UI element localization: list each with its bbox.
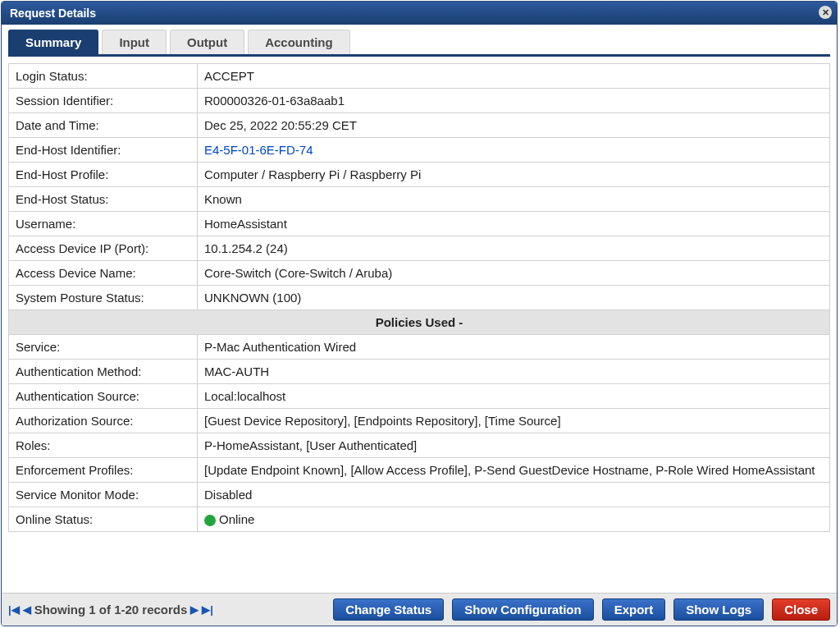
table-row: Date and Time:Dec 25, 2022 20:55:29 CET — [9, 113, 830, 138]
dialog-body: Summary Input Output Accounting Login St… — [2, 25, 837, 593]
row-label: End-Host Profile: — [9, 163, 198, 187]
table-row: Roles:P-HomeAssistant, [User Authenticat… — [9, 433, 830, 458]
row-value: E4-5F-01-6E-FD-74 — [198, 138, 830, 163]
tab-input[interactable]: Input — [102, 30, 167, 54]
table-row: Session Identifier:R00000326-01-63a8aab1 — [9, 89, 830, 113]
row-value: 10.1.254.2 (24) — [198, 236, 830, 261]
tab-summary[interactable]: Summary — [8, 30, 98, 54]
row-label: Session Identifier: — [9, 89, 198, 113]
table-row: End-Host Identifier:E4-5F-01-6E-FD-74 — [9, 138, 830, 163]
request-details-dialog: Request Details ✕ Summary Input Output A… — [1, 1, 838, 626]
row-label: Access Device Name: — [9, 261, 198, 286]
table-row: End-Host Profile:Computer / Raspberry Pi… — [9, 163, 830, 187]
show-configuration-button[interactable]: Show Configuration — [452, 598, 593, 621]
table-row: Enforcement Profiles:[Update Endpoint Kn… — [9, 458, 830, 483]
close-button[interactable]: Close — [772, 598, 830, 621]
row-label: Authorization Source: — [9, 409, 198, 433]
export-button[interactable]: Export — [602, 598, 666, 621]
row-value: ACCEPT — [198, 64, 830, 89]
row-label: Date and Time: — [9, 113, 198, 138]
dialog-title: Request Details — [10, 7, 96, 20]
online-status-icon — [204, 515, 216, 526]
table-row: Access Device IP (Port):10.1.254.2 (24) — [9, 236, 830, 261]
row-label: System Posture Status: — [9, 286, 198, 310]
table-row: Access Device Name:Core-Switch (Core-Swi… — [9, 261, 830, 286]
row-value: [Guest Device Repository], [Endpoints Re… — [198, 409, 830, 433]
row-label: Access Device IP (Port): — [9, 236, 198, 261]
table-row: Authorization Source:[Guest Device Repos… — [9, 409, 830, 433]
table-row: Login Status:ACCEPT — [9, 64, 830, 89]
row-value: Online — [198, 507, 830, 532]
table-row: Username:HomeAssistant — [9, 212, 830, 236]
row-label: End-Host Status: — [9, 187, 198, 212]
dialog-titlebar: Request Details ✕ — [2, 2, 837, 25]
close-icon[interactable]: ✕ — [819, 6, 832, 19]
table-row: Online Status:Online — [9, 507, 830, 532]
tab-output[interactable]: Output — [170, 30, 244, 54]
row-value: HomeAssistant — [198, 212, 830, 236]
pager-first-icon[interactable]: |◀ — [8, 603, 20, 616]
pager: |◀ ◀ Showing 1 of 1-20 records ▶ ▶| — [8, 603, 213, 617]
table-row: System Posture Status:UNKNOWN (100) — [9, 286, 830, 310]
row-label: Login Status: — [9, 64, 198, 89]
row-value: MAC-AUTH — [198, 360, 830, 384]
row-label: Roles: — [9, 433, 198, 458]
row-value: UNKNOWN (100) — [198, 286, 830, 310]
pager-prev-icon[interactable]: ◀ — [23, 603, 31, 616]
row-value: Dec 25, 2022 20:55:29 CET — [198, 113, 830, 138]
table-row: Service:P-Mac Authentication Wired — [9, 335, 830, 360]
footer-buttons: Change Status Show Configuration Export … — [333, 598, 830, 621]
tab-bar: Summary Input Output Accounting — [8, 30, 830, 57]
show-logs-button[interactable]: Show Logs — [673, 598, 764, 621]
policies-header: Policies Used - — [9, 310, 830, 335]
pager-next-icon[interactable]: ▶ — [190, 603, 199, 616]
row-value: Core-Switch (Core-Switch / Aruba) — [198, 261, 830, 286]
row-label: Authentication Source: — [9, 384, 198, 409]
row-value: P-HomeAssistant, [User Authenticated] — [198, 433, 830, 458]
row-value: Local:localhost — [198, 384, 830, 409]
row-label: End-Host Identifier: — [9, 138, 198, 163]
row-label: Service: — [9, 335, 198, 360]
row-value: Known — [198, 187, 830, 212]
tab-accounting[interactable]: Accounting — [248, 30, 350, 54]
pager-text: Showing 1 of 1-20 records — [34, 603, 188, 617]
pager-last-icon[interactable]: ▶| — [202, 603, 213, 616]
table-row: End-Host Status:Known — [9, 187, 830, 212]
row-label: Service Monitor Mode: — [9, 483, 198, 507]
row-label: Online Status: — [9, 507, 198, 532]
row-label: Username: — [9, 212, 198, 236]
row-value: Computer / Raspberry Pi / Raspberry Pi — [198, 163, 830, 187]
online-status-text: Online — [219, 512, 254, 526]
row-label: Enforcement Profiles: — [9, 458, 198, 483]
table-row: Authentication Method:MAC-AUTH — [9, 360, 830, 384]
content-scroll[interactable]: Login Status:ACCEPTSession Identifier:R0… — [8, 63, 830, 593]
row-label: Authentication Method: — [9, 360, 198, 384]
dialog-footer: |◀ ◀ Showing 1 of 1-20 records ▶ ▶| Chan… — [2, 593, 837, 626]
row-value: P-Mac Authentication Wired — [198, 335, 830, 360]
row-value: Disabled — [198, 483, 830, 507]
table-row: Authentication Source:Local:localhost — [9, 384, 830, 409]
row-value: R00000326-01-63a8aab1 — [198, 89, 830, 113]
end-host-identifier-link[interactable]: E4-5F-01-6E-FD-74 — [204, 143, 313, 157]
row-value: [Update Endpoint Known], [Allow Access P… — [198, 458, 830, 483]
change-status-button[interactable]: Change Status — [333, 598, 444, 621]
details-table: Login Status:ACCEPTSession Identifier:R0… — [8, 63, 830, 532]
table-row: Service Monitor Mode:Disabled — [9, 483, 830, 507]
